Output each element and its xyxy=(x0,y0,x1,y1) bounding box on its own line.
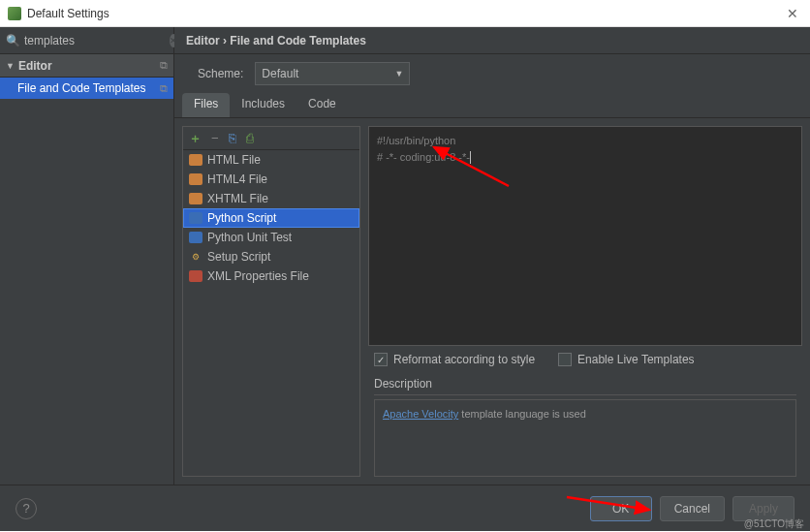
template-item-label: Python Unit Test xyxy=(207,231,292,244)
template-item[interactable]: HTML4 File xyxy=(183,170,359,189)
breadcrumb: Editor › File and Code Templates xyxy=(174,27,810,54)
search-input[interactable] xyxy=(22,34,170,47)
chevron-down-icon: ▼ xyxy=(6,61,15,71)
paste-icon[interactable]: ⎙ xyxy=(246,131,254,145)
copy-icon[interactable]: ⎘ xyxy=(229,131,236,145)
template-item[interactable]: Python Unit Test xyxy=(183,228,359,247)
reformat-checkbox[interactable]: Reformat according to style xyxy=(374,353,535,366)
app-icon xyxy=(8,7,21,20)
titlebar: Default Settings ✕ xyxy=(0,0,810,27)
text-cursor xyxy=(470,151,471,164)
settings-item-icon: ⧉ xyxy=(160,82,168,95)
checkbox-icon xyxy=(374,353,388,366)
file-type-icon xyxy=(189,232,202,243)
search-row: 🔍 ✕ xyxy=(0,27,173,54)
template-item-label: Python Script xyxy=(207,211,276,225)
template-item[interactable]: Python Script xyxy=(183,208,359,228)
search-icon: 🔍 xyxy=(6,34,20,47)
tab-includes[interactable]: Includes xyxy=(230,93,296,117)
code-editor[interactable]: #!/usr/bin/python # -*- coding:utf-8 -*- xyxy=(368,126,802,346)
tree-header-label: Editor xyxy=(18,59,52,73)
scheme-value: Default xyxy=(262,67,298,80)
template-item-label: Setup Script xyxy=(207,250,270,264)
tab-files[interactable]: Files xyxy=(182,93,230,117)
template-item[interactable]: ⚙Setup Script xyxy=(183,247,359,266)
checkbox-label: Enable Live Templates xyxy=(577,353,695,366)
watermark: @51CTO博客 xyxy=(744,517,804,531)
live-templates-checkbox[interactable]: Enable Live Templates xyxy=(558,353,695,366)
remove-icon[interactable]: − xyxy=(211,131,219,145)
tabs: Files Includes Code xyxy=(174,93,810,118)
add-icon[interactable]: ＋ xyxy=(189,130,202,147)
description-label: Description xyxy=(374,377,796,395)
template-item[interactable]: XHTML File xyxy=(183,189,359,208)
template-toolbar: ＋ − ⎘ ⎙ xyxy=(183,127,359,150)
template-item-label: HTML4 File xyxy=(207,172,267,186)
left-panel: 🔍 ✕ ▼ Editor ⧉ File and Code Templates ⧉ xyxy=(0,27,174,485)
scheme-label: Scheme: xyxy=(198,67,243,80)
file-type-icon xyxy=(189,173,202,185)
settings-group-icon: ⧉ xyxy=(160,59,168,72)
tab-code[interactable]: Code xyxy=(296,93,348,117)
file-type-icon xyxy=(189,270,202,282)
sidebar-item-file-code-templates[interactable]: File and Code Templates ⧉ xyxy=(0,78,173,99)
file-type-icon xyxy=(189,154,202,166)
description-box: Apache Velocity template language is use… xyxy=(374,399,796,477)
footer: ? OK Cancel Apply xyxy=(0,485,810,531)
file-type-icon xyxy=(189,212,202,224)
template-item-label: XHTML File xyxy=(207,192,268,205)
scheme-select[interactable]: Default ▼ xyxy=(255,62,410,85)
window-title: Default Settings xyxy=(27,7,109,20)
code-line: # -*- coding:utf-8 -*- xyxy=(377,151,470,163)
template-item[interactable]: XML Properties File xyxy=(183,266,359,286)
sidebar-item-label: File and Code Templates xyxy=(17,81,146,95)
tree-header-editor[interactable]: ▼ Editor ⧉ xyxy=(0,54,173,78)
chevron-down-icon: ▼ xyxy=(394,69,403,78)
template-item[interactable]: HTML File xyxy=(183,150,359,170)
template-item-label: HTML File xyxy=(207,153,261,167)
checkbox-icon xyxy=(558,353,572,366)
file-type-icon: ⚙ xyxy=(189,251,202,263)
code-line: #!/usr/bin/python xyxy=(377,133,794,149)
template-item-label: XML Properties File xyxy=(207,269,309,283)
file-type-icon xyxy=(189,193,202,204)
cancel-button[interactable]: Cancel xyxy=(660,496,725,521)
checkbox-label: Reformat according to style xyxy=(393,353,535,366)
template-list-panel: ＋ − ⎘ ⎙ HTML FileHTML4 FileXHTML FilePyt… xyxy=(182,126,360,477)
ok-button[interactable]: OK xyxy=(590,496,652,521)
close-icon[interactable]: ✕ xyxy=(783,6,802,21)
description-text: template language is used xyxy=(458,408,585,420)
help-icon[interactable]: ? xyxy=(16,498,37,519)
apache-velocity-link[interactable]: Apache Velocity xyxy=(383,408,458,420)
